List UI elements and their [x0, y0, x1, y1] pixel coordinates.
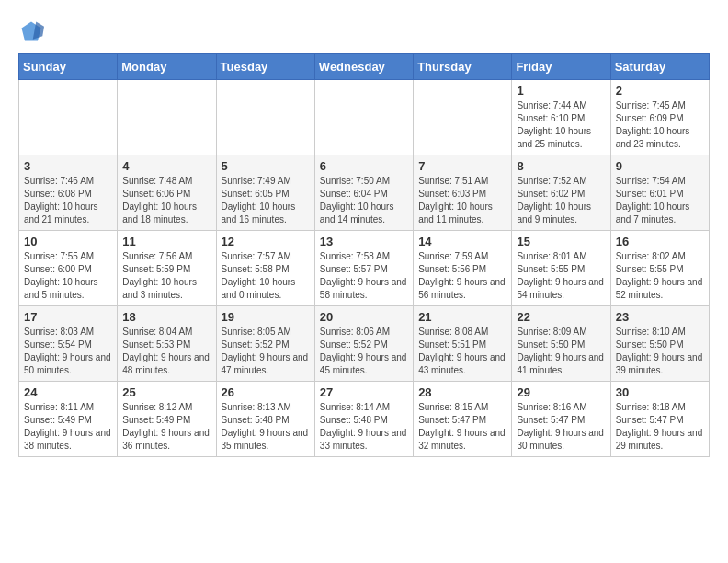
day-number: 1 — [517, 84, 605, 98]
day-info: Sunrise: 7:56 AM Sunset: 5:59 PM Dayligh… — [122, 250, 210, 302]
day-number: 6 — [320, 159, 408, 173]
day-cell: 14Sunrise: 7:59 AM Sunset: 5:56 PM Dayli… — [414, 231, 512, 306]
day-number: 10 — [24, 235, 112, 248]
day-info: Sunrise: 7:46 AM Sunset: 6:08 PM Dayligh… — [24, 175, 112, 226]
day-cell: 18Sunrise: 8:04 AM Sunset: 5:53 PM Dayli… — [118, 306, 216, 382]
day-number: 8 — [517, 159, 605, 173]
day-info: Sunrise: 7:48 AM Sunset: 6:06 PM Dayligh… — [122, 175, 210, 226]
day-cell: 21Sunrise: 8:08 AM Sunset: 5:51 PM Dayli… — [414, 306, 512, 382]
day-info: Sunrise: 7:55 AM Sunset: 6:00 PM Dayligh… — [24, 250, 112, 302]
week-row-3: 10Sunrise: 7:55 AM Sunset: 6:00 PM Dayli… — [19, 231, 710, 306]
day-info: Sunrise: 8:16 AM Sunset: 5:47 PM Dayligh… — [517, 401, 605, 453]
day-cell: 19Sunrise: 8:05 AM Sunset: 5:52 PM Dayli… — [216, 306, 314, 382]
weekday-header-saturday: Saturday — [610, 54, 709, 80]
weekday-header-wednesday: Wednesday — [314, 54, 413, 80]
day-cell: 23Sunrise: 8:10 AM Sunset: 5:50 PM Dayli… — [610, 306, 709, 382]
day-cell: 30Sunrise: 8:18 AM Sunset: 5:47 PM Dayli… — [610, 382, 709, 457]
day-number: 21 — [418, 310, 506, 324]
day-cell: 8Sunrise: 7:52 AM Sunset: 6:02 PM Daylig… — [512, 155, 610, 231]
day-info: Sunrise: 7:52 AM Sunset: 6:02 PM Dayligh… — [517, 175, 605, 226]
day-cell: 6Sunrise: 7:50 AM Sunset: 6:04 PM Daylig… — [314, 155, 413, 231]
day-info: Sunrise: 7:51 AM Sunset: 6:03 PM Dayligh… — [418, 175, 506, 226]
week-row-4: 17Sunrise: 8:03 AM Sunset: 5:54 PM Dayli… — [19, 306, 710, 382]
day-info: Sunrise: 8:08 AM Sunset: 5:51 PM Dayligh… — [418, 326, 506, 377]
day-info: Sunrise: 8:11 AM Sunset: 5:49 PM Dayligh… — [24, 401, 112, 453]
day-cell: 24Sunrise: 8:11 AM Sunset: 5:49 PM Dayli… — [19, 382, 118, 457]
day-info: Sunrise: 8:14 AM Sunset: 5:48 PM Dayligh… — [320, 401, 408, 453]
day-cell: 5Sunrise: 7:49 AM Sunset: 6:05 PM Daylig… — [216, 155, 314, 231]
day-cell — [414, 80, 512, 155]
day-number: 2 — [616, 84, 704, 98]
day-info: Sunrise: 8:13 AM Sunset: 5:48 PM Dayligh… — [222, 401, 310, 453]
calendar-table: SundayMondayTuesdayWednesdayThursdayFrid… — [18, 53, 710, 457]
day-number: 28 — [418, 385, 506, 399]
day-cell: 15Sunrise: 8:01 AM Sunset: 5:55 PM Dayli… — [512, 231, 610, 306]
day-number: 29 — [517, 385, 605, 399]
day-info: Sunrise: 7:54 AM Sunset: 6:01 PM Dayligh… — [616, 175, 704, 226]
day-number: 24 — [24, 385, 112, 399]
day-number: 25 — [122, 385, 210, 399]
day-info: Sunrise: 7:59 AM Sunset: 5:56 PM Dayligh… — [418, 250, 506, 302]
day-cell: 9Sunrise: 7:54 AM Sunset: 6:01 PM Daylig… — [610, 155, 709, 231]
day-cell — [19, 80, 118, 155]
day-cell: 13Sunrise: 7:58 AM Sunset: 5:57 PM Dayli… — [314, 231, 413, 306]
day-number: 30 — [616, 385, 704, 399]
day-cell — [314, 80, 413, 155]
day-cell — [216, 80, 314, 155]
day-cell: 26Sunrise: 8:13 AM Sunset: 5:48 PM Dayli… — [216, 382, 314, 457]
logo — [18, 18, 48, 44]
day-info: Sunrise: 8:04 AM Sunset: 5:53 PM Dayligh… — [122, 326, 210, 377]
day-number: 20 — [320, 310, 408, 324]
day-cell: 17Sunrise: 8:03 AM Sunset: 5:54 PM Dayli… — [19, 306, 118, 382]
day-cell: 27Sunrise: 8:14 AM Sunset: 5:48 PM Dayli… — [314, 382, 413, 457]
day-number: 14 — [418, 235, 506, 248]
day-info: Sunrise: 8:09 AM Sunset: 5:50 PM Dayligh… — [517, 326, 605, 377]
day-cell: 25Sunrise: 8:12 AM Sunset: 5:49 PM Dayli… — [118, 382, 216, 457]
day-cell: 7Sunrise: 7:51 AM Sunset: 6:03 PM Daylig… — [414, 155, 512, 231]
day-number: 26 — [222, 385, 310, 399]
day-info: Sunrise: 7:50 AM Sunset: 6:04 PM Dayligh… — [320, 175, 408, 226]
logo-icon — [18, 18, 44, 44]
day-number: 27 — [320, 385, 408, 399]
day-number: 13 — [320, 235, 408, 248]
day-info: Sunrise: 8:01 AM Sunset: 5:55 PM Dayligh… — [517, 250, 605, 302]
day-cell: 10Sunrise: 7:55 AM Sunset: 6:00 PM Dayli… — [19, 231, 118, 306]
week-row-2: 3Sunrise: 7:46 AM Sunset: 6:08 PM Daylig… — [19, 155, 710, 231]
weekday-header-friday: Friday — [512, 54, 610, 80]
day-info: Sunrise: 8:15 AM Sunset: 5:47 PM Dayligh… — [418, 401, 506, 453]
day-number: 7 — [418, 159, 506, 173]
day-number: 16 — [616, 235, 704, 248]
day-info: Sunrise: 8:06 AM Sunset: 5:52 PM Dayligh… — [320, 326, 408, 377]
weekday-header-tuesday: Tuesday — [216, 54, 314, 80]
weekday-header-monday: Monday — [118, 54, 216, 80]
day-number: 4 — [122, 159, 210, 173]
day-number: 22 — [517, 310, 605, 324]
day-info: Sunrise: 8:02 AM Sunset: 5:55 PM Dayligh… — [616, 250, 704, 302]
week-row-5: 24Sunrise: 8:11 AM Sunset: 5:49 PM Dayli… — [19, 382, 710, 457]
day-info: Sunrise: 7:49 AM Sunset: 6:05 PM Dayligh… — [222, 175, 310, 226]
day-number: 9 — [616, 159, 704, 173]
day-number: 17 — [24, 310, 112, 324]
day-number: 15 — [517, 235, 605, 248]
week-row-1: 1Sunrise: 7:44 AM Sunset: 6:10 PM Daylig… — [19, 80, 710, 155]
day-cell: 2Sunrise: 7:45 AM Sunset: 6:09 PM Daylig… — [610, 80, 709, 155]
day-number: 18 — [122, 310, 210, 324]
day-cell: 12Sunrise: 7:57 AM Sunset: 5:58 PM Dayli… — [216, 231, 314, 306]
day-cell: 16Sunrise: 8:02 AM Sunset: 5:55 PM Dayli… — [610, 231, 709, 306]
day-info: Sunrise: 8:03 AM Sunset: 5:54 PM Dayligh… — [24, 326, 112, 377]
day-info: Sunrise: 7:44 AM Sunset: 6:10 PM Dayligh… — [517, 99, 605, 151]
day-number: 23 — [616, 310, 704, 324]
day-info: Sunrise: 8:12 AM Sunset: 5:49 PM Dayligh… — [122, 401, 210, 453]
day-cell: 4Sunrise: 7:48 AM Sunset: 6:06 PM Daylig… — [118, 155, 216, 231]
day-info: Sunrise: 8:05 AM Sunset: 5:52 PM Dayligh… — [222, 326, 310, 377]
day-cell: 1Sunrise: 7:44 AM Sunset: 6:10 PM Daylig… — [512, 80, 610, 155]
day-cell: 29Sunrise: 8:16 AM Sunset: 5:47 PM Dayli… — [512, 382, 610, 457]
day-cell: 3Sunrise: 7:46 AM Sunset: 6:08 PM Daylig… — [19, 155, 118, 231]
day-cell: 20Sunrise: 8:06 AM Sunset: 5:52 PM Dayli… — [314, 306, 413, 382]
weekday-header-sunday: Sunday — [19, 54, 118, 80]
day-number: 19 — [222, 310, 310, 324]
day-cell: 11Sunrise: 7:56 AM Sunset: 5:59 PM Dayli… — [118, 231, 216, 306]
day-number: 5 — [222, 159, 310, 173]
day-cell: 22Sunrise: 8:09 AM Sunset: 5:50 PM Dayli… — [512, 306, 610, 382]
day-info: Sunrise: 8:18 AM Sunset: 5:47 PM Dayligh… — [616, 401, 704, 453]
